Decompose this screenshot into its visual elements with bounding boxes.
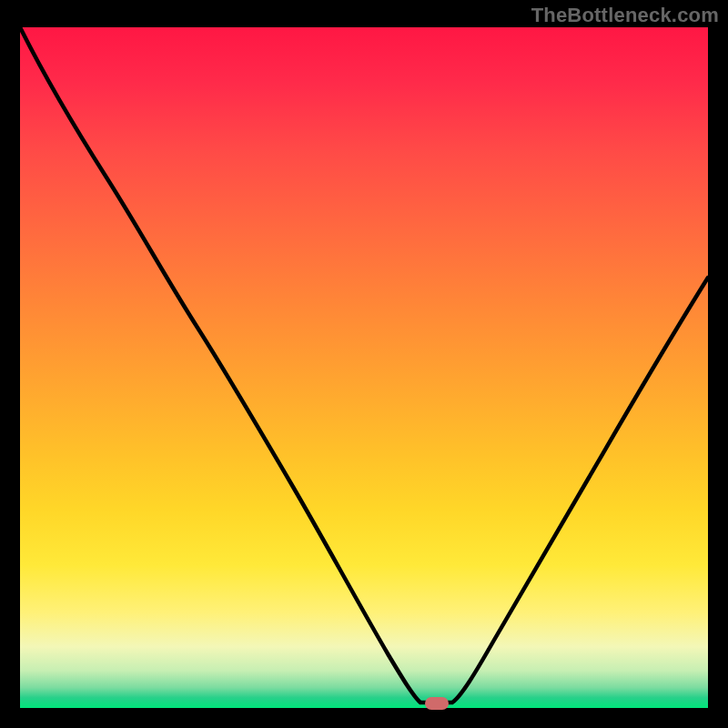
- curve-path: [20, 27, 708, 703]
- watermark-label: TheBottleneck.com: [531, 4, 719, 27]
- chart-frame: TheBottleneck.com: [0, 0, 728, 728]
- bottleneck-curve: [20, 27, 708, 708]
- optimal-marker: [425, 697, 449, 710]
- plot-area: [20, 27, 708, 708]
